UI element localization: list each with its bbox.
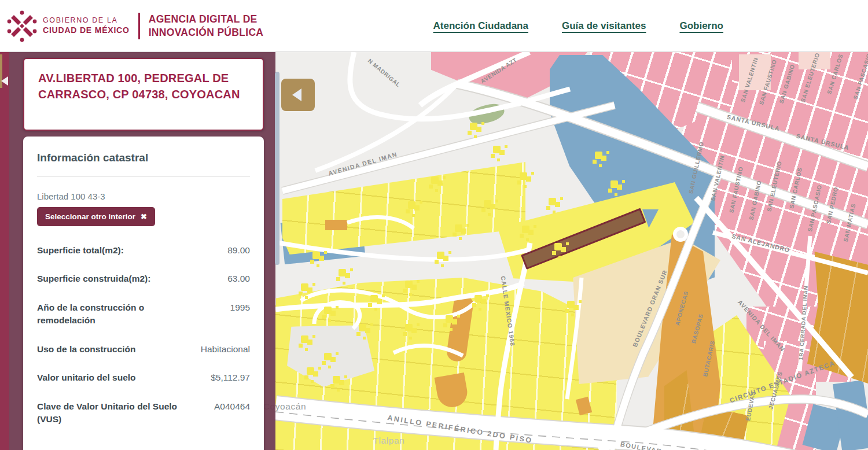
- cdmx-logo: GOBIERNO DE LA CIUDAD DE MÉXICO AGENCIA …: [7, 10, 263, 42]
- map-street-label: Tlalpan: [373, 436, 404, 446]
- address-card: AV.LIBERTAD 100, PEDREGAL DE CARRASCO, C…: [23, 58, 264, 131]
- building-cluster: [484, 200, 491, 208]
- nav-link-guia[interactable]: Guía de visitantes: [562, 20, 646, 32]
- sidebar-collapse-arrow-icon[interactable]: [1, 76, 8, 86]
- agency-name-line1: AGENCIA DIGITAL DE: [149, 13, 264, 26]
- nav-link-atencion[interactable]: Atención Ciudadana: [433, 20, 528, 32]
- building-cluster: [475, 295, 482, 303]
- cdmx-logo-icon: [7, 10, 37, 42]
- building-cluster: [307, 367, 314, 375]
- select-other-interior-label: Seleccionar otro interior: [45, 212, 135, 221]
- agency-name-line2: INNOVACIÓN PÚBLICA: [149, 26, 264, 39]
- building-cluster: [408, 201, 415, 209]
- building-cluster: [359, 324, 366, 331]
- info-row-superficie-total: Superficie total(m2): 89.00: [37, 244, 250, 257]
- building-cluster: [431, 176, 439, 184]
- building-cluster: [520, 172, 527, 180]
- left-edge-panel: [0, 52, 9, 450]
- cadastral-info-card: Información catastral Libertad 100 43-3 …: [23, 137, 264, 450]
- logo-divider: [138, 13, 140, 39]
- interior-id: Libertad 100 43-3: [37, 191, 250, 201]
- section-title: Información catastral: [37, 152, 250, 164]
- nav-link-gobierno[interactable]: Gobierno: [679, 20, 723, 32]
- building-cluster: [324, 353, 332, 360]
- building-cluster: [405, 324, 413, 331]
- select-other-interior-button[interactable]: Seleccionar otro interior ✖: [37, 207, 155, 226]
- map-collapse-button[interactable]: [281, 79, 315, 111]
- gov-wordmark-line2: CIUDAD DE MÉXICO: [43, 25, 130, 36]
- info-row-valor-unitario: Valor unitario del suelo $5,112.97: [37, 371, 250, 384]
- building-cluster: [554, 243, 562, 250]
- building-cluster: [370, 295, 378, 303]
- main-content: N MADRIGALAVENIDA AZTAVENIDA DEL IMANSAN…: [0, 52, 868, 450]
- divider: [37, 176, 250, 177]
- building-cluster: [333, 376, 340, 383]
- top-nav: Atención Ciudadana Guía de visitantes Go…: [433, 20, 723, 32]
- building-cluster: [595, 152, 602, 159]
- building-cluster: [405, 281, 413, 288]
- info-row-clave-vus: Clave de Valor Unitario del Suelo (VUS) …: [37, 400, 250, 426]
- close-icon: ✖: [141, 212, 147, 221]
- building-cluster: [522, 226, 529, 233]
- chevron-left-icon: [292, 88, 301, 101]
- cadastral-rows: Superficie total(m2): 89.00 Superficie c…: [37, 244, 250, 426]
- building-cluster: [470, 123, 477, 130]
- property-address: AV.LIBERTAD 100, PEDREGAL DE CARRASCO, C…: [38, 70, 249, 103]
- building-cluster: [610, 180, 618, 188]
- sidebar-scrollbar[interactable]: [275, 72, 279, 265]
- building-cluster: [301, 283, 308, 291]
- building-cluster: [455, 224, 462, 232]
- building-cluster: [437, 252, 444, 259]
- building-cluster: [324, 307, 332, 314]
- building-cluster: [312, 252, 320, 259]
- building-cluster: [301, 335, 308, 343]
- building-cluster: [446, 315, 453, 323]
- info-row-superficie-construida: Superficie construida(m2): 63.00: [37, 272, 250, 285]
- building-cluster: [339, 269, 346, 276]
- building-cluster: [549, 198, 556, 205]
- info-row-uso-construccion: Uso de la construcción Habitacional: [37, 343, 250, 356]
- info-row-anio-construccion: Año de la construcción o remodelación 19…: [37, 301, 250, 327]
- app-header: GOBIERNO DE LA CIUDAD DE MÉXICO AGENCIA …: [0, 0, 868, 52]
- building-cluster: [493, 146, 501, 153]
- building-cluster: [567, 301, 575, 308]
- gov-wordmark-line1: GOBIERNO DE LA: [43, 16, 130, 25]
